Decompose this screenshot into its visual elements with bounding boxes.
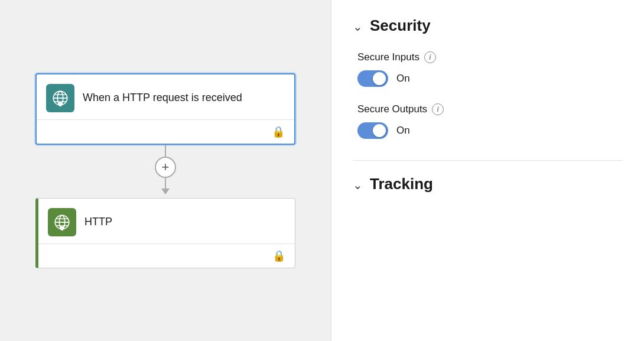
- tracking-section-header[interactable]: ⌄ Tracking: [353, 175, 623, 193]
- card1-title: When a HTTP request is received: [83, 91, 242, 105]
- http-trigger-icon-bg: [46, 84, 74, 112]
- connector-line-bottom: [165, 178, 166, 189]
- connector-arrow: [161, 178, 170, 194]
- http-action-card[interactable]: HTTP 🔒: [35, 198, 295, 268]
- card2-title: HTTP: [84, 215, 112, 229]
- left-panel: When a HTTP request is received 🔒 +: [0, 0, 331, 341]
- secure-inputs-state: On: [396, 73, 410, 85]
- security-chevron-icon[interactable]: ⌄: [353, 20, 363, 34]
- add-step-button[interactable]: +: [155, 157, 176, 178]
- secure-outputs-group: Secure Outputs i On: [353, 103, 623, 139]
- secure-outputs-label: Secure Outputs: [357, 103, 427, 115]
- card2-lock-icon: 🔒: [272, 249, 285, 262]
- flow-container: When a HTTP request is received 🔒 +: [35, 73, 295, 268]
- arrow-head: [161, 189, 170, 194]
- section-divider: [353, 160, 623, 161]
- secure-inputs-toggle-knob: [373, 72, 386, 85]
- card2-footer: 🔒: [38, 244, 295, 268]
- flow-connector[interactable]: +: [155, 145, 176, 198]
- card1-header: When a HTTP request is received: [37, 74, 294, 120]
- secure-outputs-state: On: [396, 125, 410, 137]
- svg-rect-13: [61, 229, 64, 230]
- secure-inputs-toggle-row: On: [357, 70, 623, 87]
- card1-footer: 🔒: [37, 120, 294, 144]
- secure-inputs-label: Secure Inputs: [357, 51, 419, 63]
- svg-rect-12: [60, 226, 64, 229]
- secure-inputs-info-icon[interactable]: i: [424, 51, 436, 63]
- connector-line-top: [165, 145, 166, 157]
- secure-inputs-toggle[interactable]: [357, 70, 388, 87]
- secure-inputs-label-row: Secure Inputs i: [357, 51, 623, 63]
- secure-outputs-toggle[interactable]: [357, 122, 388, 139]
- right-panel: ⌄ Security Secure Inputs i On Secure Out…: [331, 0, 644, 341]
- http-trigger-icon: [52, 90, 69, 106]
- tracking-chevron-icon[interactable]: ⌄: [353, 178, 363, 192]
- svg-rect-6: [59, 105, 62, 106]
- svg-rect-5: [58, 102, 63, 105]
- secure-inputs-group: Secure Inputs i On: [353, 51, 623, 87]
- tracking-title: Tracking: [370, 175, 433, 193]
- secure-outputs-info-icon[interactable]: i: [432, 103, 444, 115]
- secure-outputs-toggle-row: On: [357, 122, 623, 139]
- secure-outputs-label-row: Secure Outputs i: [357, 103, 623, 115]
- http-action-icon: [54, 214, 70, 230]
- http-trigger-card[interactable]: When a HTTP request is received 🔒: [35, 73, 295, 145]
- card2-header: HTTP: [38, 199, 295, 244]
- security-section-header[interactable]: ⌄ Security: [353, 17, 623, 35]
- card1-lock-icon: 🔒: [272, 125, 285, 138]
- secure-outputs-toggle-knob: [373, 124, 386, 137]
- security-title: Security: [370, 17, 431, 35]
- http-action-icon-bg: [48, 208, 76, 236]
